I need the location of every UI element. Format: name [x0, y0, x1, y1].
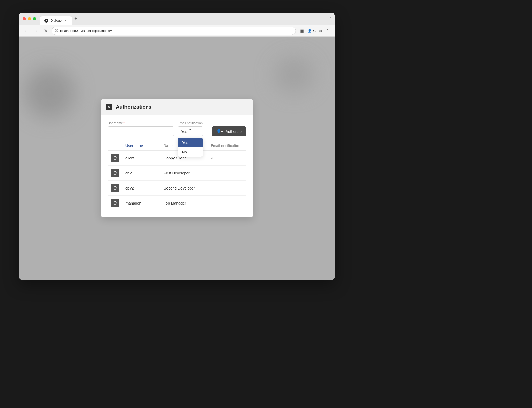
back-button[interactable]: ← [23, 27, 30, 34]
cell-name-1: First Developer [161, 166, 208, 181]
address-security-icon: ⓘ [55, 28, 58, 33]
cell-username-3: manager [122, 196, 161, 211]
cell-email-notification-0: ✓ [208, 151, 246, 166]
cell-email-notification-2 [208, 181, 246, 196]
cell-email-notification-1 [208, 166, 246, 181]
username-label: Username* [108, 121, 174, 125]
authorizations-table: Username Name Email notification client [108, 141, 246, 210]
modal-close-button[interactable]: × [106, 104, 112, 110]
table-row: dev1 First Developer [108, 166, 246, 181]
dropdown-option-no[interactable]: No [178, 147, 203, 157]
traffic-light-green[interactable] [33, 17, 36, 20]
table-header: Username Name Email notification [108, 141, 246, 151]
col-header-email-notification: Email notification [208, 141, 246, 151]
guest-label: Guest [313, 29, 322, 33]
form-row: Username* - ˅ Email notification [108, 121, 246, 136]
guest-profile-button[interactable]: 👤 Guest [307, 29, 322, 33]
traffic-light-red[interactable] [23, 17, 26, 20]
traffic-light-yellow[interactable] [28, 17, 31, 20]
traffic-lights [23, 17, 36, 20]
delete-button-0[interactable] [111, 154, 119, 162]
reader-view-button[interactable]: ▣ [298, 27, 305, 34]
background-blob-left [24, 67, 75, 118]
browser-actions: ▣ 👤 Guest ⋮ [298, 27, 331, 34]
new-tab-button[interactable]: + [73, 15, 78, 22]
table-row: client Happy Client ✓ [108, 151, 246, 166]
email-notification-label: Email notification [178, 121, 208, 125]
authorize-label: Authorize [226, 129, 242, 134]
username-select-wrapper: - ˅ [108, 126, 174, 136]
page-content: × Authorizations Username* - [19, 37, 335, 280]
cell-delete-1 [108, 166, 122, 181]
address-bar[interactable]: ⓘ localhost:8022/issueProject/index#/ [52, 27, 296, 35]
cell-username-2: dev2 [122, 181, 161, 196]
tab-favicon: ● [44, 19, 48, 23]
authorizations-modal: × Authorizations Username* - [101, 99, 253, 217]
cell-name-2: Second Developer [161, 181, 208, 196]
username-form-group: Username* - ˅ [108, 121, 174, 136]
table-body: client Happy Client ✓ dev1 First Develop… [108, 151, 246, 211]
cell-username-0: client [122, 151, 161, 166]
cell-delete-2 [108, 181, 122, 196]
modal-body: Username* - ˅ Email notification [101, 115, 253, 217]
table-row: manager Top Manager [108, 196, 246, 211]
username-select[interactable]: - [108, 126, 174, 136]
checkmark-icon: ✓ [211, 156, 214, 160]
email-notification-dropdown-wrapper: Yes ˅ Yes No [178, 126, 208, 136]
selected-option-label: Yes [181, 129, 187, 134]
email-notification-form-group: Email notification Yes ˅ Yes No [178, 121, 208, 136]
background-blob-right [274, 57, 314, 93]
tab-bar: ● Dialogo × + ˅ [40, 14, 331, 23]
forward-button[interactable]: → [32, 27, 39, 34]
cell-email-notification-3 [208, 196, 246, 211]
browser-window: ● Dialogo × + ˅ ← → ↻ ⓘ localhost:8022/i… [19, 13, 335, 280]
dropdown-option-yes[interactable]: Yes [178, 138, 203, 147]
col-header-delete [108, 141, 122, 151]
email-notification-dropdown-menu: Yes No [178, 138, 203, 157]
more-options-button[interactable]: ⋮ [324, 27, 331, 34]
browser-titlebar: ● Dialogo × + ˅ [19, 13, 335, 25]
authorize-icon: 👤+ [216, 129, 223, 134]
table-row: dev2 Second Developer [108, 181, 246, 196]
email-notification-dropdown-button[interactable]: Yes ˅ [178, 126, 203, 136]
delete-button-1[interactable] [111, 169, 119, 177]
modal-header: × Authorizations [101, 99, 253, 115]
tab-title: Dialogo [50, 19, 62, 22]
col-header-username: Username [122, 141, 161, 151]
browser-toolbar: ← → ↻ ⓘ localhost:8022/issueProject/inde… [19, 25, 335, 37]
modal-title: Authorizations [116, 104, 151, 110]
browser-tab[interactable]: ● Dialogo × [40, 16, 72, 25]
authorize-button[interactable]: 👤+ Authorize [212, 126, 246, 136]
cell-username-1: dev1 [122, 166, 161, 181]
delete-button-2[interactable] [111, 184, 119, 192]
cell-delete-3 [108, 196, 122, 211]
address-url: localhost:8022/issueProject/index#/ [60, 29, 112, 33]
cell-delete-0 [108, 151, 122, 166]
guest-icon: 👤 [307, 29, 312, 33]
refresh-button[interactable]: ↻ [42, 27, 49, 34]
dropdown-chevron-icon: ˅ [189, 129, 191, 134]
delete-button-3[interactable] [111, 199, 119, 207]
cell-name-3: Top Manager [161, 196, 208, 211]
required-star: * [123, 121, 125, 125]
tab-list-chevron[interactable]: ˅ [329, 17, 331, 21]
tab-close-button[interactable]: × [64, 19, 68, 23]
